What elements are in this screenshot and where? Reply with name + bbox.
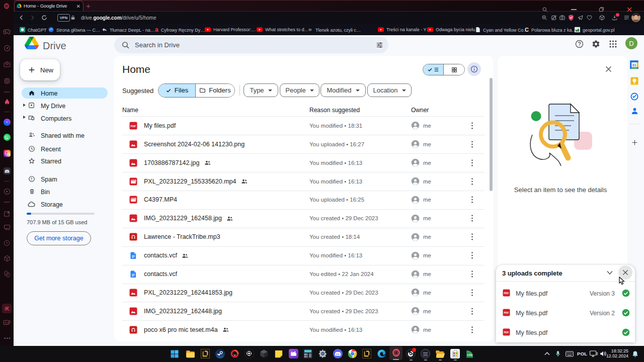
svg-text:31: 31 — [632, 63, 636, 67]
svg-text:PDF: PDF — [504, 292, 509, 295]
svg-text:PDF: PDF — [131, 125, 136, 128]
svg-text:CSV: CSV — [467, 353, 473, 356]
svg-text:PDF: PDF — [504, 311, 509, 314]
svg-text:PDF: PDF — [504, 331, 509, 334]
